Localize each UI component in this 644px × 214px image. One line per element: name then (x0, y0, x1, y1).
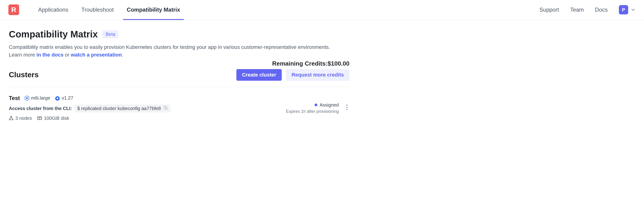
credits-row: Remaining Credits: $100.00 (9, 60, 350, 67)
status-label: Assigned (320, 102, 339, 108)
nav-troubleshoot[interactable]: Troubleshoot (75, 0, 120, 20)
svg-point-6 (9, 119, 10, 120)
disk-label: 100GiB disk (44, 116, 69, 121)
status-col: Assigned Expires 1h after provisioning (286, 102, 339, 114)
create-cluster-button[interactable]: Create cluster (236, 69, 282, 81)
svg-point-13 (40, 118, 41, 118)
clusters-title: Clusters (9, 70, 38, 79)
resource-row: 3 nodes 100GiB disk (9, 116, 286, 121)
instance-type-chip: m6i.large (25, 95, 50, 101)
logo[interactable]: R (8, 4, 19, 15)
svg-point-12 (38, 118, 39, 118)
page-description-line2: Learn more in the docs or watch a presen… (9, 52, 350, 58)
nodes-label: 3 nodes (15, 116, 32, 121)
main-content: Compatibility Matrix Beta Compatibility … (0, 20, 358, 135)
beta-badge: Beta (102, 30, 118, 38)
page-title: Compatibility Matrix (9, 29, 98, 40)
svg-line-9 (12, 117, 12, 119)
cli-command: $ replicated cluster kubeconfig aa77bfe8 (77, 106, 161, 111)
credits-value: $100.00 (328, 60, 350, 67)
cli-command-box: $ replicated cluster kubeconfig aa77bfe8 (75, 105, 170, 112)
nav-team[interactable]: Team (570, 6, 584, 13)
nav-left: Applications Troubleshoot Compatibility … (32, 0, 186, 20)
kebab-icon (346, 104, 348, 110)
disk-item: 100GiB disk (37, 116, 69, 121)
cluster-menu-button[interactable] (344, 102, 350, 113)
status-row: Assigned (314, 102, 339, 108)
eks-icon (25, 96, 29, 101)
clusters-header: Clusters Create cluster Request more cre… (9, 69, 350, 87)
watch-presentation-link[interactable]: watch a presentation (71, 52, 122, 58)
svg-line-8 (10, 117, 11, 119)
copy-icon[interactable] (164, 106, 168, 111)
user-menu[interactable]: P (619, 5, 636, 14)
avatar: P (619, 5, 628, 14)
cli-row: Access cluster from the CLI: $ replicate… (9, 105, 286, 112)
svg-point-5 (11, 116, 12, 118)
or-label: or (64, 52, 71, 58)
nodes-icon (9, 116, 14, 120)
cluster-info: Test m6i.large v1.27 Access cluster from… (9, 95, 286, 121)
credits-label: Remaining Credits: (272, 60, 328, 67)
svg-point-16 (346, 109, 347, 110)
request-credits-button[interactable]: Request more credits (286, 69, 350, 81)
svg-point-3 (56, 97, 58, 99)
cluster-name: Test (9, 95, 20, 102)
docs-link[interactable]: in the docs (36, 52, 64, 58)
cluster-actions: Create cluster Request more credits (236, 69, 350, 81)
nav-right: Support Team Docs P (540, 5, 636, 14)
svg-point-7 (12, 119, 13, 120)
chevron-down-icon (630, 7, 636, 12)
cluster-row: Test m6i.large v1.27 Access cluster from… (9, 87, 350, 121)
cluster-title-row: Test m6i.large v1.27 (9, 95, 286, 102)
nodes-item: 3 nodes (9, 116, 32, 121)
svg-point-14 (346, 104, 347, 105)
nav-docs[interactable]: Docs (595, 6, 608, 13)
instance-type-label: m6i.large (31, 95, 50, 101)
svg-rect-4 (165, 107, 167, 109)
cluster-status-col: Assigned Expires 1h after provisioning (286, 95, 350, 121)
svg-point-1 (26, 97, 28, 99)
top-nav: R Applications Troubleshoot Compatibilit… (0, 0, 644, 20)
title-row: Compatibility Matrix Beta (9, 29, 350, 40)
status-dot-icon (314, 104, 317, 106)
nav-support[interactable]: Support (540, 6, 559, 13)
svg-point-15 (346, 106, 347, 108)
disk-icon (37, 116, 42, 120)
period: . (122, 52, 123, 58)
nav-applications[interactable]: Applications (32, 0, 75, 20)
cli-label: Access cluster from the CLI: (9, 106, 72, 111)
page-description: Compatibility matrix enables you to easi… (9, 44, 350, 51)
kubernetes-icon (55, 96, 60, 101)
expires-label: Expires 1h after provisioning (286, 109, 339, 114)
k8s-version-label: v1.27 (62, 95, 73, 101)
k8s-version-chip: v1.27 (55, 95, 73, 101)
nav-compatibility-matrix[interactable]: Compatibility Matrix (120, 0, 186, 20)
learn-more-label: Learn more (9, 52, 36, 58)
